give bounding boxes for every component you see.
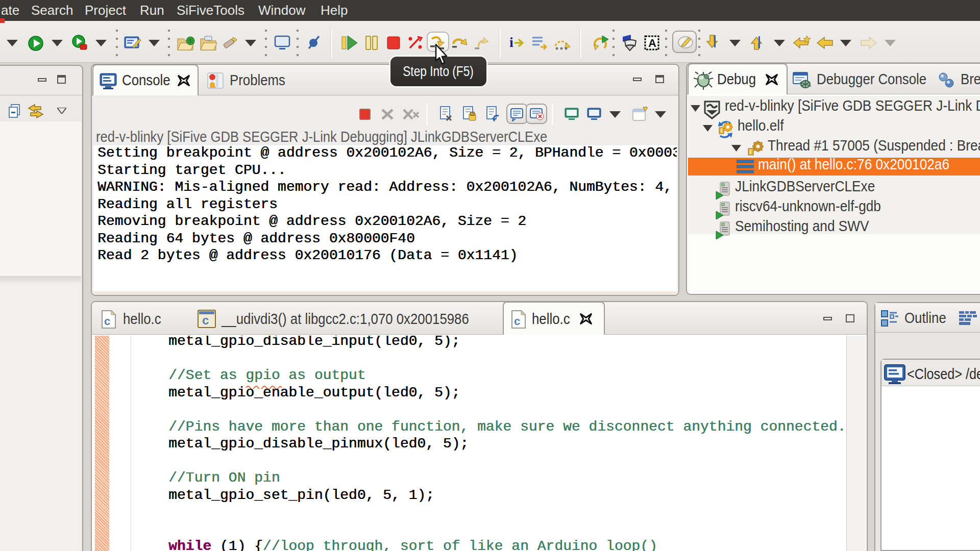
svg-text:i: i	[509, 35, 513, 50]
svg-text:c: c	[514, 315, 520, 328]
svg-text:c: c	[104, 315, 110, 328]
svg-text:c: c	[202, 313, 209, 327]
svg-text:A: A	[648, 37, 656, 49]
